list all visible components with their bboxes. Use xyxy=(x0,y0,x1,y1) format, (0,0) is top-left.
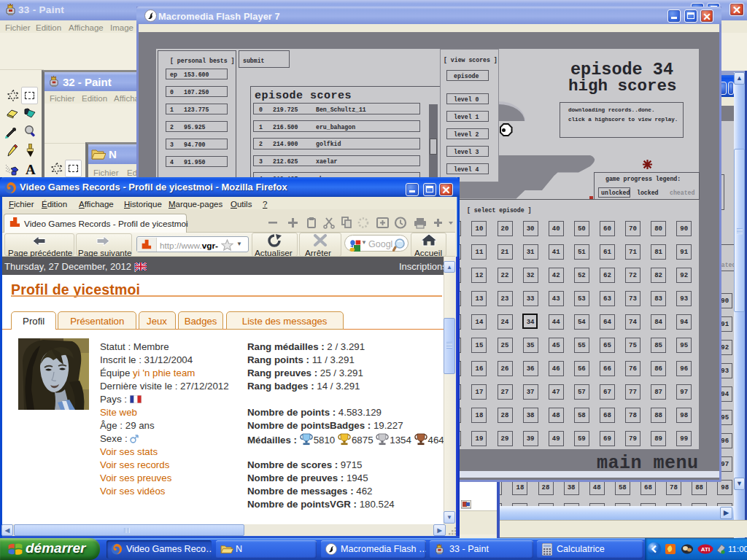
svg-text:ATI: ATI xyxy=(701,546,710,553)
